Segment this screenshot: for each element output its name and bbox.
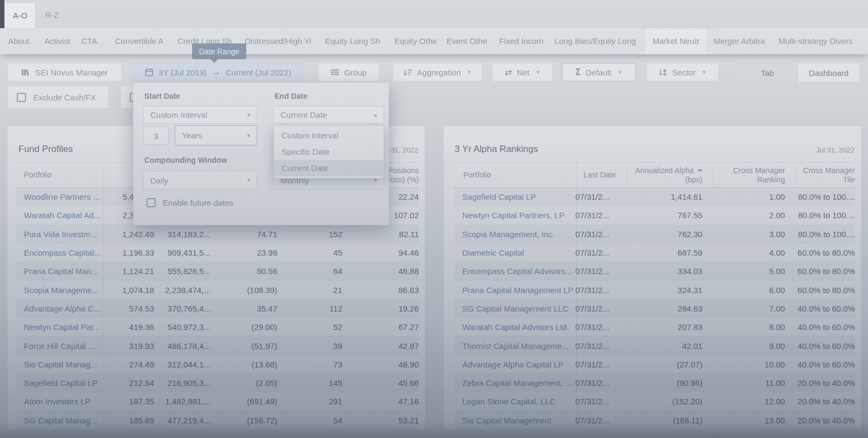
portfolio-link[interactable]: Sio Capital Manag... [16, 360, 104, 369]
table-cell: (168.11) [626, 416, 703, 425]
portfolio-link[interactable]: Logan Stone Capital, LLC [455, 397, 576, 406]
sector-button[interactable]: Sector ▼ [647, 63, 719, 81]
portfolio-link[interactable]: Zebra Capital Management, ... [455, 378, 576, 388]
table-cell: (2.05) [210, 378, 277, 388]
portfolio-link[interactable]: Prana Capital Man... [16, 266, 104, 276]
portfolio-link[interactable]: Encompass Capital... [16, 248, 104, 257]
portfolio-link[interactable]: Sagefield Capital LP [16, 378, 104, 388]
strategy-tab-long-bias-equity-long[interactable]: Long Bias/Equity Long [554, 28, 636, 54]
aggregation-button[interactable]: Aggregation ▼ [393, 63, 482, 81]
start-date-type-select[interactable]: Custom Interval ▼ [143, 106, 257, 124]
portfolio-link[interactable]: Advantage Alpha C... [16, 304, 104, 313]
table-cell: 555,826,5... [154, 266, 210, 276]
table-cell: 1.00 [703, 192, 785, 201]
tab-a-o[interactable]: A-O [4, 2, 36, 28]
table-row: Waratah Capital Advisors Ltd.07/31/2...2… [455, 318, 855, 336]
table-cell: 187.35 [104, 397, 154, 406]
portfolio-link[interactable]: SG Capital Management LLC [455, 304, 576, 313]
table-cell: (691.49) [210, 397, 277, 406]
table-row: Scopia Management, Inc.07/31/2...762.303… [455, 225, 855, 243]
strategy-tab-cta[interactable]: CTA [81, 28, 97, 54]
strategy-tab-equity-othe[interactable]: Equity Othe [394, 28, 437, 54]
chevron-down-icon: ▼ [246, 133, 251, 138]
portfolio-link[interactable]: Waratah Capital Advisors Ltd. [455, 322, 576, 332]
strategy-tab-convertible-a[interactable]: Convertible A [115, 28, 163, 54]
manager-button[interactable]: SEI Novus Manager [8, 63, 122, 81]
strategy-tab-fixed-incom[interactable]: Fixed Incom [499, 28, 544, 54]
menu-option-current-date[interactable]: Current Date [274, 160, 384, 176]
portfolio-link[interactable]: Pura Vida Investm... [16, 230, 104, 239]
table-cell: 80.0% to 100.... [785, 230, 855, 239]
window-corner [0, 0, 4, 28]
group-button[interactable]: Group [318, 63, 379, 81]
table-cell: 11.00 [703, 378, 785, 388]
strategy-tab-about-[interactable]: About. [8, 28, 31, 54]
end-date-dropdown-menu: Custom IntervalSpecific DateCurrent Date [273, 125, 384, 179]
table-cell: 46.88 [342, 266, 419, 276]
table-cell: 2,238,474,... [154, 285, 210, 295]
table-cell: 334.03 [626, 266, 703, 276]
end-date-type-value: Current Date [280, 110, 327, 119]
table-cell: 284.63 [626, 304, 703, 313]
portfolio-link[interactable]: Newtyn Capital Partners, LP [455, 211, 576, 220]
strategy-tab-activist[interactable]: Activist [44, 28, 71, 54]
start-date-label: Start Date [144, 92, 180, 100]
table-cell: 574.53 [104, 304, 154, 313]
strategy-tab-merger-arbitra[interactable]: Merger Arbitra [713, 28, 765, 54]
table-cell: (152.20) [626, 397, 703, 406]
table-row: Newtyn Capital Partners, LP07/31/2...767… [455, 206, 855, 224]
table-cell: 319.93 [104, 341, 154, 351]
enable-future-dates-checkbox[interactable]: Enable future dates [146, 198, 233, 207]
portfolio-link[interactable]: Scopia Management, Inc. [455, 230, 576, 239]
table-cell: 6.00 [703, 285, 785, 295]
strategy-tab-market-neutr[interactable]: Market Neutr [646, 28, 706, 54]
column-header: Last Date [576, 163, 626, 187]
table-cell: 80.0% to 100.... [785, 192, 855, 201]
exclude-cashfx-checkbox[interactable]: Exclude Cash/FX [8, 86, 108, 109]
portfolio-link[interactable]: Newtyn Capital Par... [16, 322, 104, 332]
portfolio-link[interactable]: Woodline Partners ... [16, 192, 104, 201]
strategy-tab-distressed-high-yi[interactable]: Distressed/High Yi [245, 28, 311, 54]
end-date-type-select[interactable]: Current Date ▲ [273, 106, 384, 124]
view-toggle-dashboard[interactable]: Dashboard [798, 64, 859, 82]
interval-value-input[interactable]: 3 [143, 126, 169, 145]
portfolio-link[interactable]: SG Capital Manag... [16, 416, 104, 425]
default-button[interactable]: Σ Default ▼ [562, 63, 636, 81]
table-cell: 12.00 [703, 397, 785, 406]
table-cell: 74.71 [210, 230, 277, 239]
table-cell: 64 [277, 266, 342, 276]
start-date-type-value: Custom Interval [150, 110, 207, 119]
strategy-tab-equity-long-sh[interactable]: Equity Long Sh [325, 28, 380, 54]
portfolio-link[interactable]: Advantage Alpha Capital LP [455, 360, 576, 369]
menu-option-custom-interval[interactable]: Custom Interval [274, 128, 384, 144]
date-range-button[interactable]: 3Y (Jul 2019) → Current (Jul 2022) [133, 63, 303, 81]
portfolio-link[interactable]: Thomist Capital Manageme... [455, 341, 576, 351]
table-cell: 40.0% to 60.0% [785, 322, 855, 332]
view-toggle-tab[interactable]: Tab [737, 64, 798, 82]
portfolio-link[interactable]: Sio Capital Management [455, 416, 576, 425]
tab-r-z[interactable]: R-Z [36, 2, 68, 28]
date-range-popover: Start Date Custom Interval ▼ 3 Years ▼ C… [133, 82, 389, 225]
strategy-tab-multi-strategy-divers[interactable]: Multi-strategy Divers [778, 28, 853, 54]
strategy-tab-event-othe[interactable]: Event Othe [446, 28, 487, 54]
table-row: Encompass Capital...1,196.33909,431,5...… [16, 243, 419, 262]
interval-unit-select[interactable]: Years ▼ [175, 125, 257, 145]
menu-option-specific-date[interactable]: Specific Date [274, 144, 384, 160]
table-cell: 20.0% to 40.0% [785, 416, 855, 425]
table-cell: 40.0% to 60.0% [785, 304, 855, 313]
portfolio-link[interactable]: Diametric Capital [455, 248, 576, 257]
portfolio-link[interactable]: Scopia Manageme... [16, 285, 104, 295]
strategy-nav: About.ActivistCTAConvertible ACredit Lon… [0, 28, 868, 54]
table-cell: 7.00 [703, 304, 785, 313]
portfolio-link[interactable]: Atom Investors LP [16, 397, 104, 406]
compounding-start-select[interactable]: Daily ▼ [143, 171, 257, 189]
portfolio-link[interactable]: Waratah Capital Ad... [16, 211, 104, 220]
table-cell: 42.87 [342, 341, 419, 351]
portfolio-link[interactable]: Encompass Capital Advisors... [455, 266, 576, 276]
table-row: Pura Vida Investm...1,242.49314,183,2...… [16, 225, 419, 243]
net-button[interactable]: ⇄ Net ▼ [492, 63, 553, 81]
portfolio-link[interactable]: Sagefield Capital LP [455, 192, 576, 201]
portfolio-link[interactable]: Prana Capital Management LP [455, 285, 576, 295]
table-row: Scopia Manageme...1,074.182,238,474,...(… [16, 280, 419, 299]
portfolio-link[interactable]: Force Hill Capital ... [16, 341, 104, 351]
